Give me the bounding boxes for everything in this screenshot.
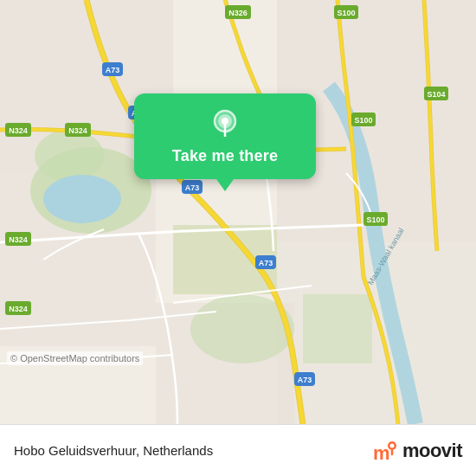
svg-text:m: m (373, 442, 390, 464)
navigation-card[interactable]: Take me there (134, 93, 316, 179)
svg-text:A73: A73 (259, 259, 273, 267)
map-view[interactable]: A73 A73 A73 A73 A73 N324 N324 N324 N324 … (0, 0, 476, 424)
moovit-brand-icon: m (371, 437, 399, 465)
svg-text:S104: S104 (427, 90, 445, 99)
location-pin-icon (209, 109, 241, 140)
svg-text:A73: A73 (298, 376, 312, 384)
svg-text:N324: N324 (9, 235, 28, 244)
moovit-logo: m moovit (371, 437, 462, 465)
app-container: A73 A73 A73 A73 A73 N324 N324 N324 N324 … (0, 0, 476, 476)
svg-text:S100: S100 (366, 215, 384, 224)
moovit-brand-text: moovit (402, 440, 462, 462)
svg-text:N324: N324 (9, 126, 28, 135)
map-copyright: © OpenStreetMap contributors (7, 351, 143, 365)
svg-text:N324: N324 (68, 126, 87, 135)
svg-rect-10 (303, 294, 372, 363)
take-me-there-button[interactable]: Take me there (172, 147, 278, 165)
svg-point-7 (35, 130, 104, 182)
svg-text:S100: S100 (354, 116, 372, 125)
svg-text:N326: N326 (228, 9, 248, 17)
svg-text:A73: A73 (106, 66, 120, 74)
location-name: Hobo Geluidsverhuur, Netherlands (14, 443, 213, 458)
location-info: Hobo Geluidsverhuur, Netherlands (14, 443, 213, 458)
svg-point-11 (43, 175, 121, 223)
svg-text:N324: N324 (9, 305, 28, 313)
svg-point-47 (389, 443, 394, 447)
svg-text:A73: A73 (185, 183, 200, 192)
svg-text:S100: S100 (337, 9, 355, 17)
info-bar: Hobo Geluidsverhuur, Netherlands m moovi… (0, 424, 476, 476)
